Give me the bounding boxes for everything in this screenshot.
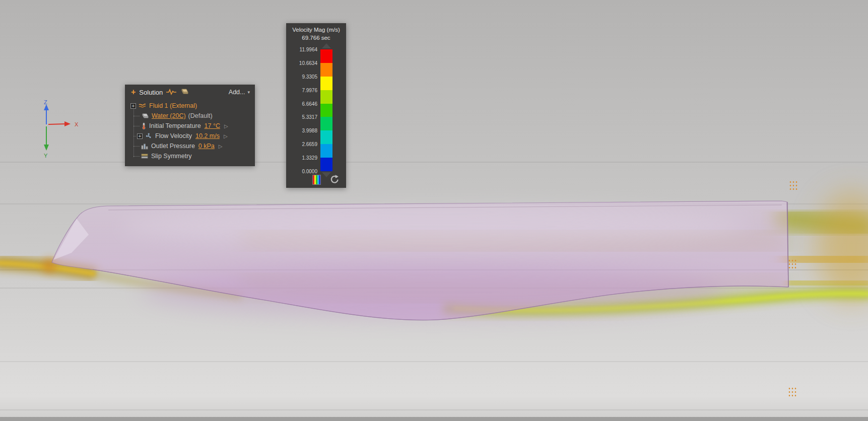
temperature-value[interactable]: 17 °C bbox=[205, 122, 220, 129]
plane-drag-handle-middle[interactable] bbox=[787, 258, 796, 269]
legend-title: Velocity Mag (m/s) bbox=[286, 27, 346, 33]
chevron-down-icon: ▾ bbox=[247, 90, 250, 95]
tree-item-material[interactable]: Water (20C) (Default) bbox=[125, 111, 255, 121]
tree-item-velocity[interactable]: + Flow Velocity 10.2 m/s ▷ bbox=[125, 131, 255, 141]
legend-color-segment bbox=[320, 63, 332, 77]
reset-legend-icon[interactable] bbox=[329, 174, 340, 184]
slip-symmetry-icon bbox=[141, 153, 148, 159]
velocity-flyout-icon[interactable]: ▷ bbox=[224, 133, 228, 139]
slip-label: Slip Symmetry bbox=[151, 153, 192, 160]
legend-ticks: 11.996410.66349.33057.99766.66465.33173.… bbox=[286, 49, 317, 171]
legend-tick-label: 10.6634 bbox=[286, 60, 317, 66]
solution-panel: + Solution Add... ▾ + Fluid 1 (External bbox=[125, 85, 255, 166]
temperature-label: Initial Temperature bbox=[149, 122, 201, 129]
legend-colorbar bbox=[320, 49, 332, 171]
axis-triad[interactable]: Z X Y bbox=[30, 98, 86, 161]
legend-color-segment bbox=[320, 77, 332, 90]
material-link[interactable]: Water (20C) bbox=[152, 112, 186, 119]
legend-tick-label: 3.9988 bbox=[286, 128, 317, 133]
legend-max-arrow-icon[interactable] bbox=[322, 43, 331, 48]
legend-color-segment bbox=[320, 130, 332, 144]
material-default-suffix: (Default) bbox=[188, 112, 213, 119]
velocity-label: Flow Velocity bbox=[155, 132, 192, 139]
pressure-label: Outlet Pressure bbox=[151, 143, 195, 150]
legend-color-segment bbox=[320, 158, 332, 171]
flow-velocity-icon bbox=[145, 132, 152, 139]
add-button-label: Add... bbox=[229, 89, 245, 96]
thermometer-icon bbox=[141, 122, 146, 129]
legend-color-segment bbox=[320, 144, 332, 158]
fluid-label: Fluid 1 (External) bbox=[149, 102, 197, 109]
pulse-icon[interactable] bbox=[166, 88, 176, 97]
plane-drag-handle-top[interactable] bbox=[788, 179, 797, 190]
legend-tick-label: 1.3329 bbox=[286, 155, 317, 161]
colorbar-settings-icon[interactable] bbox=[312, 175, 321, 185]
pressure-value[interactable]: 0 kPa bbox=[198, 143, 215, 150]
solution-panel-header: + Solution Add... ▾ bbox=[125, 85, 255, 100]
legend-tick-label: 2.6659 bbox=[286, 142, 317, 147]
tree-item-pressure[interactable]: Outlet Pressure 0 kPa ▷ bbox=[125, 141, 255, 151]
fluid-icon bbox=[139, 103, 146, 109]
pressure-gauge-icon bbox=[141, 143, 148, 150]
legend-color-segment bbox=[320, 104, 332, 117]
x-axis-label: X bbox=[75, 121, 79, 127]
add-button[interactable]: Add... ▾ bbox=[229, 89, 250, 96]
solution-tree: + Fluid 1 (External) Water (20C) (Defaul… bbox=[125, 100, 255, 161]
boat-hull[interactable] bbox=[52, 201, 788, 320]
x-axis-arrow bbox=[64, 121, 71, 126]
z-axis-label: Z bbox=[44, 99, 47, 105]
cfd-scene[interactable] bbox=[0, 0, 868, 421]
y-axis-label: Y bbox=[44, 153, 48, 159]
eraser-icon[interactable] bbox=[180, 88, 188, 96]
y-axis-arrow bbox=[44, 145, 49, 151]
temperature-flyout-icon[interactable]: ▷ bbox=[224, 123, 228, 129]
tree-item-fluid[interactable]: + Fluid 1 (External) bbox=[125, 101, 255, 111]
legend-color-segment bbox=[320, 49, 332, 63]
legend-tick-label: 7.9976 bbox=[286, 88, 317, 93]
tree-item-temperature[interactable]: Initial Temperature 17 °C ▷ bbox=[125, 121, 255, 131]
material-icon bbox=[141, 113, 149, 119]
legend-tick-label: 5.3317 bbox=[286, 114, 317, 120]
legend-toolbar bbox=[286, 174, 346, 185]
expand-icon[interactable]: + bbox=[130, 103, 136, 109]
tree-item-slip[interactable]: Slip Symmetry bbox=[125, 151, 255, 161]
legend-tick-label: 0.0000 bbox=[286, 169, 317, 174]
legend-tick-label: 11.9964 bbox=[286, 47, 317, 52]
legend-color-segment bbox=[320, 90, 332, 104]
pressure-flyout-icon[interactable]: ▷ bbox=[219, 144, 223, 149]
velocity-value[interactable]: 10.2 m/s bbox=[195, 132, 220, 139]
viewport-3d[interactable]: Z X Y + Solution Add... ▾ bbox=[0, 0, 868, 421]
solution-panel-title: Solution bbox=[139, 89, 163, 96]
legend-color-segment bbox=[320, 117, 332, 130]
velocity-legend-panel: Velocity Mag (m/s) 69.766 sec 11.996410.… bbox=[286, 23, 346, 188]
expand-icon[interactable]: + bbox=[137, 133, 143, 139]
legend-tick-label: 6.6646 bbox=[286, 101, 317, 107]
legend-tick-label: 9.3305 bbox=[286, 74, 317, 80]
solution-plus-icon: + bbox=[131, 88, 136, 96]
legend-timestamp: 69.766 sec bbox=[286, 35, 346, 41]
plane-drag-handle-bottom[interactable] bbox=[787, 386, 796, 397]
